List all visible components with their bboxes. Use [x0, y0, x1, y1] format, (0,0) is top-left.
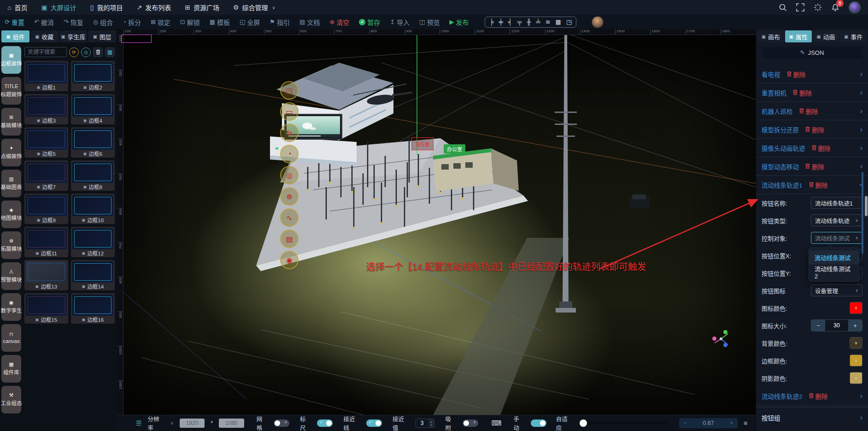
component-card[interactable]: ▣ 边框15	[24, 293, 68, 324]
grid-view-icon[interactable]: ▦	[105, 47, 115, 57]
component-card[interactable]: ▣ 边框9	[24, 194, 68, 224]
scene-tool-button[interactable]: ▭	[280, 102, 299, 121]
nav-item[interactable]: ⊞ 资源广场	[185, 3, 219, 12]
left-panel-tab[interactable]: ▣ 孪生库	[59, 30, 88, 42]
scale-menu-icon[interactable]: ≡	[744, 419, 747, 427]
right-panel-tab[interactable]: ▣ 画布	[757, 30, 784, 42]
toolbar-button[interactable]: ✔ 暂存	[359, 18, 380, 27]
component-card[interactable]: ▣ 边框14	[71, 260, 115, 290]
grid-toggle[interactable]: ×	[274, 419, 289, 427]
category-item[interactable]: ⊓ canvas	[1, 324, 21, 352]
toolbar-button[interactable]: ◎ 组合	[93, 18, 113, 27]
refresh-icon[interactable]: ⟳	[69, 47, 79, 57]
component-card[interactable]: ▣ 边框1	[24, 61, 68, 91]
category-item[interactable]: ▥ 基础图表	[1, 170, 21, 197]
scene-tool-button[interactable]: ⇆	[280, 124, 299, 142]
resolution-menu-icon[interactable]: ☰	[136, 419, 142, 427]
toolbar-button[interactable]: ↷ 恢复	[64, 18, 83, 27]
assistant-avatar[interactable]	[592, 16, 604, 28]
bg-color-picker[interactable]: ∨	[850, 337, 862, 349]
category-item[interactable]: ⊞ 基础模块	[1, 108, 21, 136]
border-color-picker[interactable]: ∨	[850, 354, 862, 366]
page-scrollbar[interactable]	[865, 196, 868, 216]
align-icon[interactable]: ╪	[499, 18, 503, 25]
toolbar-button[interactable]: ↥ 导入	[390, 18, 410, 27]
zoom-in-button[interactable]: +	[726, 420, 738, 426]
scene-tool-button[interactable]: ∿	[280, 208, 299, 227]
toolbar-button[interactable]: ⊡ 解锁	[180, 18, 200, 27]
resolution-height[interactable]: 1080	[219, 419, 244, 428]
event-button-row[interactable]: 流动线条轨迹2 删除 ›	[756, 387, 868, 405]
delete-button[interactable]: 删除	[786, 70, 806, 79]
category-item[interactable]: ⚒ 工业组态	[1, 386, 21, 413]
align-icon[interactable]: ╧	[536, 18, 540, 25]
decrease-button[interactable]: −	[811, 320, 825, 331]
toolbar-button[interactable]: ⟳ 重置	[5, 18, 24, 27]
delete-button[interactable]: 删除	[805, 125, 824, 134]
toolbar-button[interactable]: ⚑ 指引	[270, 18, 290, 27]
delete-button[interactable]: 删除	[805, 162, 824, 171]
component-card[interactable]: ▣ 边框4	[71, 94, 115, 124]
category-item[interactable]: ▦ 组件库	[1, 355, 21, 383]
toolbar-button[interactable]: ◫ 预览	[419, 18, 440, 27]
right-panel-tab[interactable]: ▣ 事件	[840, 30, 867, 42]
adaptive-zoom-slider[interactable]	[579, 422, 669, 425]
search-icon[interactable]	[779, 3, 787, 12]
delete-button[interactable]: 删除	[811, 143, 831, 153]
scene-tool-button[interactable]: ◉	[280, 251, 299, 269]
left-panel-tab[interactable]: ▣ 图层	[88, 30, 116, 42]
right-panel-tab[interactable]: ▣ 属性	[785, 30, 812, 42]
increase-button[interactable]: +	[848, 320, 862, 331]
category-item[interactable]: ▣ 边框装饰	[1, 46, 21, 74]
category-item[interactable]: ◉ 数字孪生	[1, 293, 21, 321]
panel-scrollbar[interactable]	[862, 172, 863, 254]
component-card[interactable]: ▣ 边框10	[71, 194, 115, 224]
manual-toggle[interactable]	[531, 419, 546, 427]
component-card[interactable]: ▣ 边框5	[24, 127, 68, 158]
component-card[interactable]: ▣ 边框6	[71, 127, 115, 158]
category-item[interactable]: ⊗ 拓展模块	[1, 231, 21, 259]
json-edit-button[interactable]: ✎ JSON	[762, 47, 862, 59]
icon-color-picker[interactable]: ∨	[850, 302, 862, 314]
delete-button[interactable]: 删除	[799, 106, 818, 116]
event-button-row[interactable]: 看电视 删除 ›	[756, 65, 868, 83]
component-card[interactable]: ▣ 边框2	[71, 61, 115, 91]
left-panel-tab[interactable]: ▣ 组件	[1, 30, 29, 42]
control-target-select[interactable]: 流动线条测试 ∧	[811, 232, 862, 244]
nearvalue-stepper[interactable]: 3 ▲▼	[416, 419, 435, 428]
nav-item[interactable]: ▯ 我的项目	[90, 3, 123, 12]
event-button-row[interactable]: 模型拆分还原 删除 ›	[756, 120, 868, 139]
toolbar-button[interactable]: ◱ 全屏	[240, 18, 260, 27]
event-button-row[interactable]: 模型动态移动 删除 ›	[756, 157, 868, 176]
nav-item[interactable]: ▣ 大屏设计	[41, 3, 76, 12]
scene-tool-button[interactable]: ⊕	[280, 187, 299, 206]
clear-cache-icon[interactable]	[814, 3, 822, 12]
scene-tool-button[interactable]: ◳	[280, 81, 299, 100]
fullscreen-icon[interactable]	[796, 3, 804, 12]
align-icon[interactable]: ╡	[508, 18, 512, 25]
scene-tool-button[interactable]: ◔	[280, 145, 299, 163]
align-icon[interactable]: ╫	[527, 18, 531, 25]
button-group-row[interactable]: 按钮组 ›	[756, 407, 868, 428]
button-icon-select[interactable]: 设备管理 ∨	[811, 284, 862, 296]
component-card[interactable]: ▣ 边框12	[71, 227, 115, 257]
event-button-row[interactable]: 重置相机 删除 ›	[756, 83, 868, 102]
component-card[interactable]: ▣ 边框16	[71, 293, 115, 324]
keyboard-shortcuts-icon[interactable]: ⌨	[492, 419, 502, 427]
shadow-color-picker[interactable]: ∨	[850, 372, 862, 384]
scene-canvas[interactable]: ◳ ▭ ⇆ ◔ ◎ ⊕	[123, 35, 756, 415]
clear-selection-icon[interactable]: ◎	[81, 47, 91, 57]
align-icon[interactable]: ╤	[517, 18, 522, 25]
component-card[interactable]: ▣ 边框3	[24, 94, 68, 124]
toolbar-button[interactable]: ⊗ 清空	[329, 18, 349, 27]
category-item[interactable]: ⚠ 预警模块	[1, 262, 21, 290]
delete-button[interactable]: 删除	[809, 391, 828, 401]
category-item[interactable]: TITLE 标题装饰	[1, 77, 21, 105]
delete-button[interactable]: 删除	[792, 88, 812, 97]
nav-item[interactable]: ↗ 发布列表	[136, 3, 171, 12]
dropdown-option[interactable]: 流动线条测试	[809, 250, 859, 265]
icon-size-value[interactable]: 30	[825, 320, 848, 331]
scene-tool-button[interactable]: ▤	[280, 230, 299, 248]
align-icon[interactable]: ≋	[545, 18, 551, 25]
category-item[interactable]: ◈ 地图模块	[1, 201, 21, 228]
